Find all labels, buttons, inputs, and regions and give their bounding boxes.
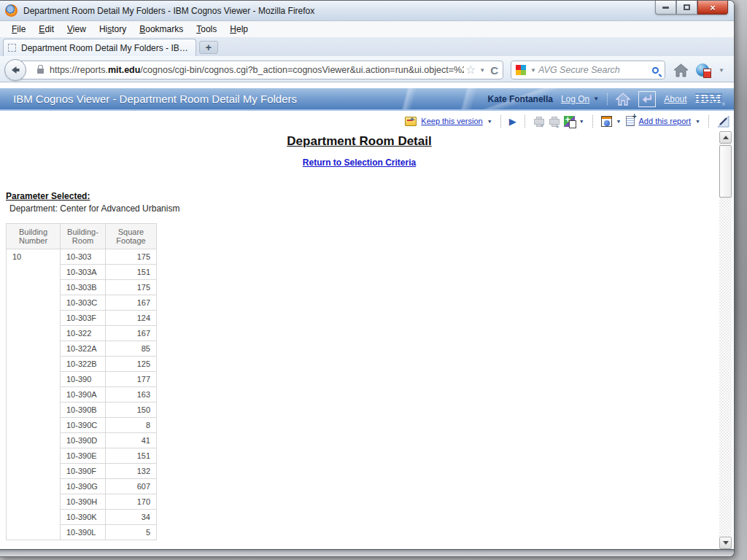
- drill-up-icon: ▲: [549, 116, 560, 127]
- building-room-cell: 10-390D: [61, 433, 106, 448]
- view-format-dropdown-icon[interactable]: ▼: [616, 119, 622, 124]
- view-format-icon[interactable]: [601, 116, 612, 127]
- minimize-icon: [662, 7, 669, 9]
- menu-item-bookmarks[interactable]: Bookmarks: [133, 23, 189, 36]
- scroll-down-button[interactable]: [719, 537, 732, 549]
- tab-bar: Department Room Detail My Folders - IB… …: [0, 37, 734, 56]
- menu-item-file[interactable]: File: [6, 23, 31, 36]
- square-footage-cell: 607: [106, 479, 157, 494]
- run-report-icon[interactable]: ▶: [509, 117, 516, 126]
- keep-version-dropdown-icon[interactable]: ▼: [487, 119, 492, 124]
- building-room-cell: 10-390: [61, 372, 106, 387]
- square-footage-cell: 175: [106, 249, 157, 265]
- cognos-home-icon[interactable]: [616, 93, 630, 106]
- separator: [592, 115, 593, 128]
- square-footage-cell: 177: [106, 372, 157, 387]
- window-titlebar: Department Room Detail My Folders - IBM …: [0, 1, 734, 21]
- about-link[interactable]: About: [664, 94, 686, 104]
- log-on-link[interactable]: Log On: [561, 94, 589, 104]
- log-on-dropdown-icon[interactable]: ▼: [593, 96, 599, 102]
- menu-item-help[interactable]: Help: [224, 23, 254, 36]
- window-title: Department Room Detail My Folders - IBM …: [23, 6, 314, 16]
- return-button[interactable]: [638, 91, 656, 107]
- square-footage-cell: 167: [106, 326, 157, 341]
- drill-down-icon: ▼: [533, 116, 544, 127]
- return-to-selection-link[interactable]: Return to Selection Criteria: [303, 158, 416, 168]
- building-room-cell: 10-390H: [61, 494, 106, 510]
- square-footage-cell: 151: [106, 265, 157, 280]
- back-button[interactable]: [4, 59, 26, 81]
- reload-icon[interactable]: C: [490, 65, 498, 76]
- report-area: Department Room Detail Return to Selecti…: [0, 130, 719, 540]
- close-button[interactable]: ×: [697, 1, 728, 15]
- table-row: 1010-303175: [7, 249, 157, 265]
- scrollbar-thumb[interactable]: [719, 145, 732, 198]
- square-footage-cell: 163: [106, 387, 157, 402]
- table-header-row: Building NumberBuilding-RoomSquare Foota…: [7, 224, 157, 249]
- report-vertical-scrollbar[interactable]: [719, 131, 732, 549]
- separator: [607, 93, 608, 105]
- insert-content-dropdown-icon[interactable]: ▼: [579, 119, 584, 124]
- square-footage-cell: 5: [106, 525, 157, 540]
- square-footage-cell: 175: [106, 280, 157, 295]
- menu-item-history[interactable]: History: [93, 23, 132, 36]
- analysis-icon[interactable]: [717, 115, 729, 128]
- square-footage-cell: 170: [106, 494, 157, 510]
- navbar-right-icons: ▼: [673, 57, 727, 83]
- building-room-cell: 10-322: [61, 326, 106, 341]
- toolbar-overflow-dropdown-icon[interactable]: ▼: [719, 67, 724, 74]
- web-converter-icon[interactable]: [696, 63, 709, 77]
- menu-item-view[interactable]: View: [61, 23, 92, 36]
- tab-label: Department Room Detail My Folders - IB…: [21, 43, 188, 53]
- column-header: Building-Room: [61, 224, 106, 249]
- menu-item-edit[interactable]: Edit: [33, 23, 60, 36]
- room-detail-table: Building NumberBuilding-RoomSquare Foota…: [6, 223, 157, 540]
- square-footage-cell: 125: [106, 357, 157, 372]
- keep-this-version-link[interactable]: Keep this version: [421, 117, 482, 125]
- window-controls: ×: [655, 1, 728, 15]
- home-icon[interactable]: [673, 63, 689, 77]
- search-input[interactable]: [538, 65, 652, 75]
- maximize-button[interactable]: [676, 1, 697, 15]
- search-icon[interactable]: [652, 67, 659, 74]
- building-room-cell: 10-390B: [61, 402, 106, 418]
- search-engine-dropdown-icon[interactable]: ▼: [530, 67, 536, 74]
- cognos-header-right: Kate Fontanella Log On ▼ About IBM®: [488, 88, 725, 109]
- column-header: Square Footage: [106, 224, 157, 249]
- url-bar[interactable]: https://reports.mit.edu/cognos/cgi-bin/c…: [16, 61, 503, 79]
- report-title: Department Room Detail: [0, 134, 719, 149]
- browser-window: Department Room Detail My Folders - IBM …: [0, 0, 735, 557]
- separator: [525, 115, 525, 128]
- building-room-cell: 10-390F: [61, 464, 106, 479]
- square-footage-cell: 124: [106, 311, 157, 326]
- add-this-report-link[interactable]: Add this report: [639, 117, 692, 125]
- new-tab-button[interactable]: +: [199, 41, 218, 54]
- building-room-cell: 10-322A: [61, 341, 106, 357]
- building-room-cell: 10-303A: [61, 265, 106, 280]
- bookmark-star-icon[interactable]: ☆: [465, 64, 476, 76]
- url-text: https://reports.mit.edu/cognos/cgi-bin/c…: [50, 65, 464, 75]
- page-content: IBM Cognos Viewer - Department Room Deta…: [0, 83, 734, 551]
- minimize-button[interactable]: [655, 1, 676, 15]
- cognos-title: IBM Cognos Viewer - Department Room Deta…: [0, 93, 297, 105]
- square-footage-cell: 41: [106, 433, 157, 448]
- close-icon: ×: [710, 3, 716, 12]
- square-footage-cell: 151: [106, 448, 157, 464]
- firefox-icon: [5, 4, 18, 17]
- tab-department-room-detail[interactable]: Department Room Detail My Folders - IB…: [3, 39, 196, 56]
- urlbar-dropdown-icon[interactable]: ▼: [479, 67, 485, 74]
- insert-content-icon[interactable]: [564, 116, 575, 127]
- parameter-value: Department: Center for Advanced Urbanism: [9, 203, 719, 214]
- return-arrow-icon: [642, 94, 653, 104]
- user-name: Kate Fontanella: [488, 94, 553, 104]
- add-report-dropdown-icon[interactable]: ▼: [695, 119, 700, 124]
- scroll-up-icon: [723, 133, 729, 139]
- building-room-cell: 10-390E: [61, 448, 106, 464]
- menu-item-tools[interactable]: Tools: [190, 23, 222, 36]
- search-bar[interactable]: ▼: [511, 61, 665, 79]
- building-room-cell: 10-303: [61, 249, 106, 265]
- square-footage-cell: 150: [106, 402, 157, 418]
- scroll-up-button[interactable]: [719, 131, 732, 144]
- square-footage-cell: 34: [106, 510, 157, 525]
- square-footage-cell: 167: [106, 295, 157, 311]
